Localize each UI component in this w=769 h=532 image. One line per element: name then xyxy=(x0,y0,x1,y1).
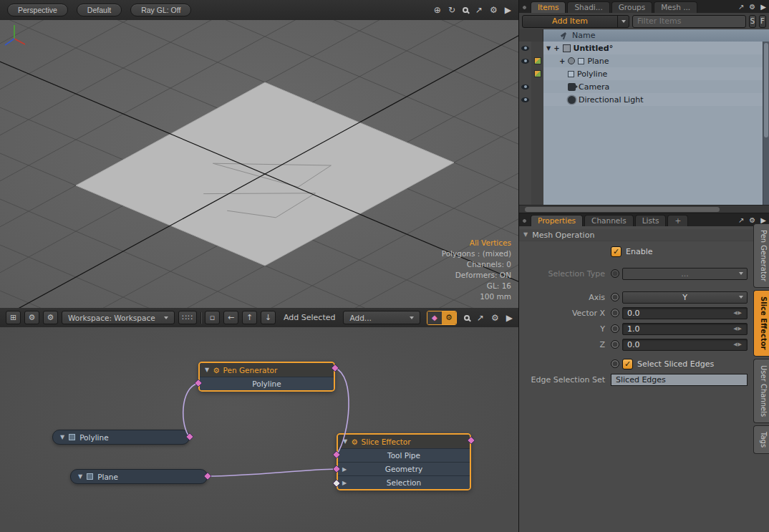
node-polyline[interactable]: ▼ Polyline xyxy=(52,430,190,445)
axis-dropdown[interactable]: Y xyxy=(622,291,748,304)
vscroll-thumb[interactable] xyxy=(764,43,768,137)
palette-grid-icon[interactable]: ∷∷ xyxy=(178,311,197,324)
channel-toggle[interactable] xyxy=(611,269,619,278)
workspace-add-gear-icon[interactable]: ⚙ xyxy=(43,311,58,324)
raygl-button[interactable]: Ray GL: Off xyxy=(130,4,191,16)
side-tab-tags[interactable]: Tags xyxy=(753,425,769,454)
add-dropdown[interactable]: Add... xyxy=(343,311,420,324)
view-mode-button[interactable]: Perspective xyxy=(7,4,68,16)
collapse-icon[interactable]: ▼ xyxy=(343,439,347,445)
badge-cell[interactable] xyxy=(531,67,543,80)
item-label-area[interactable]: ▼ + Untitled° xyxy=(543,42,769,54)
node-slice-effector-header[interactable]: ▼ ⚙ Slice Effector xyxy=(338,435,470,448)
node-pen-generator-header[interactable]: ▼ ⚙ Pen Generator xyxy=(200,363,334,377)
stepper-icon[interactable]: ◀▶ xyxy=(733,342,743,347)
node-plane[interactable]: ▼ Plane xyxy=(70,469,208,484)
vector-y-field[interactable]: 1.0 ◀▶ xyxy=(622,323,748,335)
side-tab-user-channels[interactable]: User Channels xyxy=(753,359,769,423)
collapse-icon[interactable]: ▼ xyxy=(78,474,82,480)
node-pen-generator-row-polyline[interactable]: Polyline xyxy=(200,377,334,390)
tab-add[interactable]: + xyxy=(667,215,688,226)
vector-x-field[interactable]: 0.0 ◀▶ xyxy=(622,307,748,319)
channel-toggle[interactable] xyxy=(611,359,619,368)
visibility-cell[interactable] xyxy=(519,67,531,80)
expand-icon[interactable]: ↗ xyxy=(475,6,483,14)
side-tab-pen-generator[interactable]: Pen Generator xyxy=(753,223,769,288)
twirl-down-icon[interactable]: ▼ xyxy=(523,232,528,238)
channel-toggle[interactable] xyxy=(611,340,619,349)
visibility-cell[interactable] xyxy=(519,80,531,93)
panel-handle[interactable] xyxy=(522,218,527,223)
filter-s-button[interactable]: S xyxy=(749,15,756,28)
filter-items-input[interactable] xyxy=(632,15,746,28)
collapse-icon[interactable]: ▼ xyxy=(60,435,64,440)
gear-icon[interactable]: ⚙ xyxy=(749,4,755,11)
tab-groups[interactable]: Groups xyxy=(611,1,652,13)
gear-icon[interactable]: ⚙ xyxy=(491,314,499,322)
item-row-untitled[interactable]: ▼ + Untitled° xyxy=(519,42,769,54)
zoom-icon[interactable] xyxy=(463,7,468,13)
item-label-area[interactable]: Polyline xyxy=(543,67,769,80)
eye-icon[interactable] xyxy=(521,46,529,51)
mesh-operation-section-header[interactable]: ▼ Mesh Operation xyxy=(519,229,769,241)
channel-toggle[interactable] xyxy=(611,324,619,333)
eye-icon[interactable] xyxy=(521,84,529,90)
name-column-header[interactable]: Name xyxy=(543,29,769,42)
add-item-button[interactable]: Add Item xyxy=(522,15,629,28)
meshop-badge-icon[interactable] xyxy=(534,70,541,77)
collapse-icon[interactable]: ▼ xyxy=(205,367,209,373)
tab-channels[interactable]: Channels xyxy=(584,215,634,226)
expand-plus-icon[interactable]: + xyxy=(559,57,565,65)
select-sliced-checkbox[interactable]: ✓ xyxy=(622,359,633,369)
stepper-icon[interactable]: ◀▶ xyxy=(733,326,743,332)
tab-lists[interactable]: Lists xyxy=(635,215,667,226)
vector-z-field[interactable]: 0.0 ◀▶ xyxy=(622,339,748,351)
rotate-icon[interactable]: ↻ xyxy=(448,6,455,14)
item-row-polyline[interactable]: Polyline xyxy=(519,67,769,80)
visibility-cell[interactable] xyxy=(519,93,531,106)
node-slice-effector-row-toolpipe[interactable]: Tool Pipe xyxy=(338,448,470,462)
panel-handle[interactable] xyxy=(522,5,527,10)
eye-icon[interactable] xyxy=(521,59,529,64)
eye-icon[interactable] xyxy=(521,97,529,102)
expand-plus-icon[interactable]: + xyxy=(553,44,559,52)
item-row-plane[interactable]: + Plane xyxy=(519,54,769,67)
item-label-area[interactable]: Camera xyxy=(543,80,769,93)
item-row-camera[interactable]: Camera xyxy=(519,80,769,93)
node-pen-generator[interactable]: ▼ ⚙ Pen Generator Polyline xyxy=(198,362,335,392)
tab-properties[interactable]: Properties xyxy=(531,215,583,226)
layout-icon[interactable]: ⊞ xyxy=(6,311,21,324)
item-label-area[interactable]: + Plane xyxy=(543,54,769,67)
tab-mesh[interactable]: Mesh ... xyxy=(654,1,697,13)
enable-checkbox[interactable]: ✓ xyxy=(611,246,622,257)
search-icon[interactable] xyxy=(464,315,470,321)
tab-items[interactable]: Items xyxy=(531,1,566,13)
tab-shading[interactable]: Shadi... xyxy=(567,1,609,13)
hscroll-thumb[interactable] xyxy=(525,207,720,212)
item-row-directional-light[interactable]: Directional Light xyxy=(519,93,769,106)
node-slice-effector-row-geometry[interactable]: ▶ Geometry xyxy=(338,462,470,475)
flyout-arrow-icon[interactable]: ▶ xyxy=(506,314,513,322)
pan-icon[interactable]: ⊕ xyxy=(434,6,441,14)
add-item-dropdown-arrow[interactable] xyxy=(617,16,629,27)
twirl-down-icon[interactable]: ▼ xyxy=(546,45,551,52)
item-label-area[interactable]: Directional Light xyxy=(543,93,769,106)
visibility-cell[interactable] xyxy=(519,42,531,54)
schematic-canvas[interactable]: ▼ ⚙ Pen Generator Polyline ▼ Polyline xyxy=(0,327,518,532)
selection-type-dropdown[interactable]: ... xyxy=(622,268,748,280)
item-list-vscrollbar[interactable] xyxy=(763,42,769,205)
item-list-hscrollbar[interactable] xyxy=(519,205,769,213)
arrow-left-icon[interactable]: ← xyxy=(223,311,238,324)
frame-select-icon[interactable]: ▫ xyxy=(205,311,220,324)
3d-viewport[interactable]: All Vertices Polygons : (mixed) Channels… xyxy=(0,20,518,308)
gear-icon[interactable]: ⚙ xyxy=(490,6,498,14)
badge-cell[interactable] xyxy=(531,54,543,67)
expand-row-icon[interactable]: ▶ xyxy=(342,466,347,473)
flyout-arrow-icon[interactable]: ▶ xyxy=(760,4,766,11)
visibility-cell[interactable] xyxy=(519,54,531,67)
side-tab-slice-effector[interactable]: Slice Effector xyxy=(753,290,769,356)
workspace-gear-icon[interactable]: ⚙ xyxy=(24,311,39,324)
expand-icon[interactable]: ↗ xyxy=(738,4,744,11)
filter-f-button[interactable]: F xyxy=(759,15,766,28)
arrow-up-icon[interactable]: ↑ xyxy=(242,311,257,324)
